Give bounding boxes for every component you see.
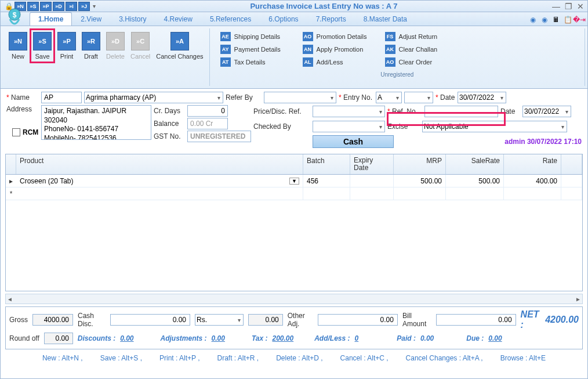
clear-order-link[interactable]: AOClear Order <box>385 57 460 67</box>
shortcut-browse[interactable]: Browse : Alt+E <box>500 354 546 362</box>
name-label: Name <box>6 93 39 102</box>
horizontal-scrollbar[interactable]: ◄► <box>5 294 583 304</box>
add-less-link[interactable]: ALAdd/Less <box>303 57 378 67</box>
help-icon[interactable]: ◉ <box>528 15 538 24</box>
crdays-input[interactable] <box>187 105 228 117</box>
price-select[interactable] <box>313 106 385 117</box>
round-value: 0.00 <box>44 333 73 344</box>
name-code-input[interactable] <box>41 92 82 103</box>
tab-home[interactable]: 1.Home <box>30 12 72 26</box>
tab-options[interactable]: 6.Options <box>260 12 307 26</box>
address-text[interactable]: Jaipur, Rajasthan. JAIPUR 302040 PhoneNo… <box>41 105 151 140</box>
paid-label: Paid : <box>397 334 416 342</box>
qat-print[interactable]: »P <box>40 2 52 11</box>
adjust-return-link[interactable]: FSAdjust Return <box>385 32 460 41</box>
disc-link[interactable]: 0.00 <box>120 334 133 342</box>
shortcut-cancel[interactable]: Cancel : Alt+C , <box>340 354 389 362</box>
refer-select[interactable] <box>264 92 336 103</box>
shortcut-delete[interactable]: Delete : Alt+D , <box>276 354 322 362</box>
adj-label: Adjustments : <box>161 334 207 342</box>
tab-review[interactable]: 4.Review <box>155 12 201 26</box>
tab-view[interactable]: 2.View <box>72 12 110 26</box>
shortcut-cancel-changes[interactable]: Cancel Changes : Alt+A , <box>406 354 483 362</box>
totals-panel: Gross 4000.00 Cash Disc. Rs. 0.00 Other … <box>5 306 583 349</box>
delete-button: »DDelete <box>105 31 126 61</box>
paid-value: 0.00 <box>420 334 434 342</box>
tab-references[interactable]: 5.References <box>201 12 260 26</box>
shortcut-draft[interactable]: Draft : Alt+R , <box>217 354 259 362</box>
col-rate[interactable]: Rate <box>504 154 561 174</box>
gst-input <box>187 131 251 142</box>
tax-label: Tax : <box>252 334 268 342</box>
cash-button[interactable]: Cash <box>313 135 394 148</box>
shortcut-new[interactable]: New : Alt+N , <box>42 354 83 362</box>
date2-input[interactable]: 30/07/2022 <box>522 106 571 117</box>
name-select[interactable]: Agrima pharmacy (AP) <box>84 92 223 103</box>
col-salerate[interactable]: SaleRate <box>446 154 504 174</box>
calc-icon[interactable]: 🖩 <box>551 15 561 24</box>
apply-promotion-link[interactable]: ANApply Promotion <box>303 45 378 54</box>
shortcuts-bar: New : Alt+N , Save : Alt+S , Print : Alt… <box>1 352 587 364</box>
payment-details-link[interactable]: AYPayment Details <box>220 45 296 54</box>
qat-prev[interactable]: »I <box>66 2 77 11</box>
qat-draft[interactable]: »D <box>53 2 64 11</box>
adj-link[interactable]: 0.00 <box>212 334 225 342</box>
tab-reports[interactable]: 7.Reports <box>307 12 355 26</box>
shortcut-save[interactable]: Save : Alt+S , <box>100 354 142 362</box>
disc-label: Discounts : <box>78 334 115 342</box>
other-input[interactable] <box>318 314 398 326</box>
rcm-checkbox[interactable] <box>12 128 20 136</box>
ref-highlight <box>387 112 506 126</box>
close-button[interactable]: ✕ <box>577 2 584 11</box>
grid-new-row[interactable]: * <box>6 187 582 200</box>
scroll-left-icon[interactable]: ◄ <box>7 296 13 302</box>
due-link[interactable]: 0.00 <box>488 334 502 342</box>
tax-link[interactable]: 200.00 <box>272 334 293 342</box>
cashdisc-type-select[interactable]: Rs. <box>195 314 244 326</box>
new-row-icon: * <box>6 190 16 198</box>
print-button[interactable]: »PPrint <box>56 31 77 61</box>
tax-details-link[interactable]: ATTax Details <box>220 57 296 67</box>
qat-save[interactable]: »S <box>27 2 39 11</box>
gross-value: 4000.00 <box>32 314 73 326</box>
cashdisc-input[interactable] <box>110 314 190 326</box>
tab-master-data[interactable]: 8.Master Data <box>355 12 416 26</box>
clear-challan-link[interactable]: AKClear Challan <box>385 45 460 54</box>
grid-body[interactable]: ▸ Croseen (20 Tab)▼ 456 500.00 500.00 40… <box>6 175 582 291</box>
new-button[interactable]: »NNew <box>8 31 28 61</box>
net-value: 4200.00 <box>545 315 579 325</box>
promotion-details-link[interactable]: AOPromotion Details <box>303 32 378 41</box>
ribbon: »NNew »SSave »PPrint »RDraft »DDelete »C… <box>1 26 587 89</box>
maximize-button[interactable]: ❐ <box>565 2 572 11</box>
price-label: Price/Disc. Ref. <box>253 107 310 115</box>
cancel-changes-button[interactable]: »ACancel Changes <box>155 31 204 61</box>
scroll-right-icon[interactable]: ► <box>575 296 581 302</box>
entry-series-select[interactable]: A <box>376 92 402 103</box>
bill-input[interactable] <box>436 314 516 326</box>
exit-icon[interactable]: �⇥ <box>575 15 584 24</box>
minimize-button[interactable]: — <box>552 2 560 11</box>
shipping-details-link[interactable]: AEShipping Details <box>220 32 296 41</box>
qat-next[interactable]: »J <box>78 2 90 11</box>
entry-no-select[interactable] <box>404 92 433 103</box>
shortcut-print[interactable]: Print : Alt+P , <box>159 354 199 362</box>
notes-icon[interactable]: 📋 <box>563 15 572 24</box>
checked-label: Checked By <box>253 122 310 131</box>
date1-input[interactable]: 30/07/2022 <box>458 92 506 103</box>
info-icon[interactable]: ◉ <box>540 15 549 24</box>
checked-select[interactable] <box>313 121 385 132</box>
draft-button[interactable]: »RDraft <box>81 31 101 61</box>
bill-label: Bill Amount <box>402 312 431 328</box>
window-title: Purchase Invoice Last Entry No was : A 7 <box>96 2 552 10</box>
col-batch[interactable]: Batch <box>303 154 350 174</box>
col-mrp[interactable]: MRP <box>394 154 446 174</box>
save-button[interactable]: »SSave <box>32 31 53 61</box>
col-expiry[interactable]: Expiry Date <box>350 154 394 174</box>
product-dropdown-icon[interactable]: ▼ <box>289 178 299 185</box>
col-product[interactable]: Product <box>16 154 303 174</box>
due-label: Due : <box>466 334 484 342</box>
grid-row[interactable]: ▸ Croseen (20 Tab)▼ 456 500.00 500.00 40… <box>6 175 582 187</box>
cashdisc-label: Cash Disc. <box>78 312 106 328</box>
addless-link[interactable]: 0 <box>355 334 359 342</box>
tab-history[interactable]: 3.History <box>110 12 155 26</box>
